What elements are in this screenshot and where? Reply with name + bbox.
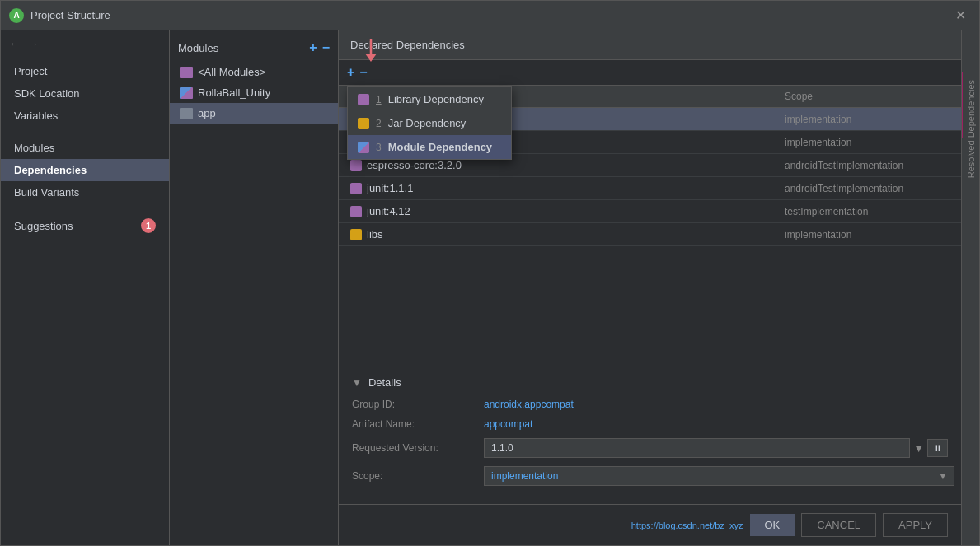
resolved-deps-tab[interactable]: Resolved Dependencies [963,72,979,186]
modules-title: Modules [178,42,218,54]
module-label-rollaball: RollaBall_Unity [198,86,270,99]
group-id-row: Group ID: androidx.appcompat [352,399,948,410]
dep-scope-appcompat: implementation [785,114,950,125]
module-dep-icon [358,142,369,153]
modules-header: Modules + − [170,37,338,62]
sidebar-item-dependencies[interactable]: Dependencies [1,159,169,181]
declared-title: Declared Dependencies [350,39,465,51]
version-action-btn[interactable]: ⏸ [927,439,948,457]
cancel-button[interactable]: CANCEL [801,513,876,537]
sidebar-items: Project SDK Location Variables Modules D… [1,57,169,545]
table-row[interactable]: junit:4.12 testImplementation [339,200,961,223]
dep-scope-junit412: testImplementation [785,206,950,217]
modules-panel: Modules + − <All Modules> RollaBall_Unit… [170,30,339,545]
right-tab: Resolved Dependencies [961,30,979,545]
scope-select[interactable]: implementation api debugImplementation t… [484,466,954,486]
dep-name-junit111: junit:1.1.1 [350,182,785,194]
table-row[interactable]: junit:1.1.1 androidTestImplementation [339,177,961,200]
dep-scope-constraintlayout: implementation [785,137,950,148]
title-bar-left: A Project Structure [9,8,110,23]
sidebar-item-sdk[interactable]: SDK Location [1,82,169,105]
close-button[interactable]: ✕ [950,6,971,25]
modules-actions: + − [309,40,330,55]
dep-name-espresso: espresso-core:3.2.0 [350,159,785,171]
deps-remove-btn[interactable]: − [359,65,367,80]
group-id-value: androidx.appcompat [484,399,574,410]
scope-select-wrapper: implementation api debugImplementation t… [484,466,948,486]
artifact-row: Artifact Name: appcompat [352,418,948,430]
folder-gray-icon [180,108,193,119]
details-header[interactable]: ▼ Details [352,376,948,389]
dep-label-libs: libs [367,228,383,240]
deps-add-btn[interactable]: + [347,65,354,80]
app-icon: A [9,8,24,23]
middle-section: Modules + − <All Modules> RollaBall_Unit… [170,30,961,545]
dep-icon-espresso [350,160,362,171]
main-window: A Project Structure ✕ ← → Project SDK Lo… [0,0,980,546]
sidebar-item-suggestions[interactable]: Suggestions 1 [1,213,169,238]
dropdown-jar-dep[interactable]: 2 Jar Dependency [348,111,511,135]
dep-scope-espresso: androidTestImplementation [785,160,950,171]
sidebar-item-variables[interactable]: Variables [1,105,169,127]
sidebar-item-project[interactable]: Project [1,60,169,82]
folder-purple-icon [180,67,193,78]
suggestions-label: Suggestions [14,220,73,232]
watermark-link[interactable]: https://blog.csdn.net/bz_xyz [631,520,743,530]
library-dep-icon [358,94,369,105]
modules-remove-btn[interactable]: − [322,40,330,55]
ok-button[interactable]: OK [750,514,795,536]
version-dropdown-btn[interactable]: ▼ [913,442,924,455]
modules-add-btn[interactable]: + [309,40,317,55]
dep-icon-junit412 [350,206,362,217]
scope-label: Scope: [352,470,484,482]
dep-label-junit111: junit:1.1.1 [367,182,413,194]
dropdown-module-dep[interactable]: 3 Module Dependency [348,135,511,159]
apply-button[interactable]: APPLY [883,513,948,537]
details-title: Details [368,376,401,389]
version-input[interactable] [484,438,910,458]
dropdown-label-library: Library Dependency [388,93,484,105]
forward-button[interactable]: → [27,37,39,50]
details-section: ▼ Details Group ID: androidx.appcompat A… [339,366,961,504]
module-item-rollaball[interactable]: RollaBall_Unity [170,82,338,103]
deps-toolbar: + − 1 Library Dependency [339,60,961,86]
dropdown-num-1: 1 [376,94,382,105]
main-content: Declared Dependencies + − 1 [339,30,961,545]
details-chevron-icon: ▼ [352,377,362,389]
declared-header: Declared Dependencies [339,30,961,60]
artifact-label: Artifact Name: [352,418,484,430]
module-label-all: <All Modules> [198,66,265,78]
table-row[interactable]: libs implementation [339,223,961,246]
scope-row: Scope: implementation api debugImplement… [352,466,948,486]
dropdown-label-module: Module Dependency [388,141,492,153]
version-label: Requested Version: [352,442,484,454]
back-button[interactable]: ← [9,37,21,50]
sidebar-item-build-variants[interactable]: Build Variants [1,181,169,203]
sidebar-item-modules[interactable]: Modules [1,137,169,159]
module-item-app[interactable]: app [170,103,338,124]
title-bar: A Project Structure ✕ [1,1,979,30]
dropdown-label-jar: Jar Dependency [388,117,467,129]
dep-scope-libs: implementation [785,229,950,240]
sidebar: ← → Project SDK Location Variables Modul… [1,30,170,545]
nav-arrows: ← → [1,30,169,57]
col-scope-header: Scope [785,91,950,102]
group-id-label: Group ID: [352,399,484,410]
folder-mixed-icon [180,87,193,99]
module-label-app: app [198,107,216,119]
module-item-all[interactable]: <All Modules> [170,62,338,82]
artifact-value: appcompat [484,418,532,430]
dropdown-num-2: 2 [376,118,382,129]
bottom-bar: https://blog.csdn.net/bz_xyz OK CANCEL A… [339,504,961,545]
dropdown-menu: 1 Library Dependency 2 Jar Dependency 3 … [347,86,512,160]
dep-icon-libs [350,229,362,240]
dep-label-espresso: espresso-core:3.2.0 [367,159,462,171]
jar-dep-icon [358,118,369,129]
version-row: Requested Version: ▼ ⏸ [352,438,948,458]
dep-icon-junit111 [350,183,362,194]
suggestions-badge: 1 [141,218,156,233]
dep-label-junit412: junit:4.12 [367,205,410,217]
dep-name-junit412: junit:4.12 [350,205,785,217]
content-area: ← → Project SDK Location Variables Modul… [1,30,979,545]
dropdown-library-dep[interactable]: 1 Library Dependency [348,87,511,111]
